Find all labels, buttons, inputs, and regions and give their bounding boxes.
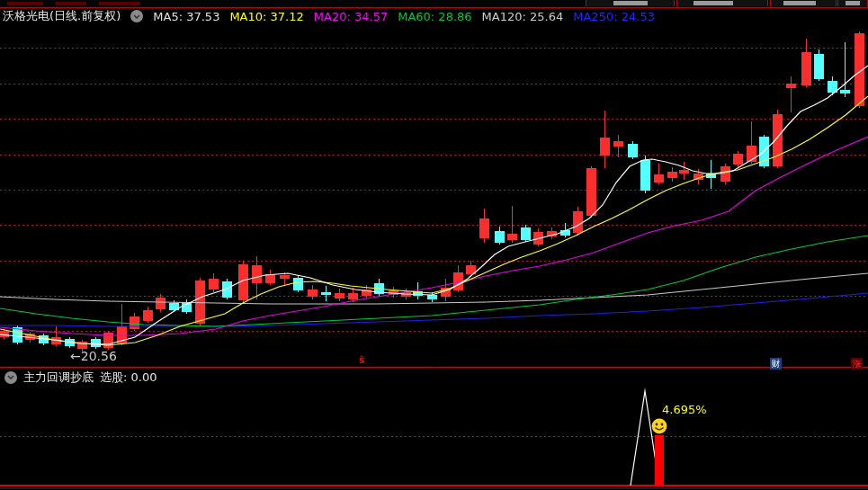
toolbar-button[interactable] xyxy=(586,0,675,6)
ma5-readout: MA5: 37.53 xyxy=(153,10,219,23)
finance-badge[interactable]: 财 xyxy=(770,358,782,370)
field-label: 选股: xyxy=(100,370,127,384)
ma120-readout: MA120: 25.64 xyxy=(482,10,564,23)
toolbar-smudge xyxy=(56,2,86,5)
field-value: 0.00 xyxy=(131,370,157,384)
symbol-title: 沃格光电(日线.前复权) xyxy=(3,8,121,24)
ma60-readout: MA60: 28.86 xyxy=(398,10,471,23)
smiley-icon xyxy=(651,418,667,434)
ma10-readout: MA10: 37.12 xyxy=(229,10,303,23)
ma250-readout: MA250: 24.53 xyxy=(573,10,655,23)
toolbar-smudge xyxy=(99,2,140,5)
sub-indicator-header: 主力回调抄底 选股: 0.00 xyxy=(4,370,157,385)
ma20-readout: MA20: 34.57 xyxy=(314,10,388,23)
signal-s-marker: ŝ xyxy=(359,354,365,366)
low-price-annotation: ←20.56 xyxy=(70,349,117,363)
chevron-down-icon[interactable] xyxy=(130,10,143,22)
toolbar-button[interactable] xyxy=(837,0,868,6)
top-toolbar xyxy=(0,0,868,8)
chevron-down-icon[interactable] xyxy=(4,371,17,384)
indicator-field: 选股: 0.00 xyxy=(100,370,157,386)
app-window: 沃格光电(日线.前复权) MA5: 37.53 MA10: 37.12 MA20… xyxy=(0,0,868,490)
spike-value-label: 4.695% xyxy=(662,403,707,416)
toolbar-button[interactable] xyxy=(770,0,837,6)
indicator-title: 主力回调抄底 xyxy=(23,370,94,386)
limit-up-badge[interactable]: 涨 xyxy=(851,358,863,370)
toolbar-button[interactable] xyxy=(676,0,768,6)
chart-canvas[interactable] xyxy=(0,0,868,490)
toolbar-smudge xyxy=(7,2,43,5)
chart-legend: 沃格光电(日线.前复权) MA5: 37.53 MA10: 37.12 MA20… xyxy=(3,9,655,23)
